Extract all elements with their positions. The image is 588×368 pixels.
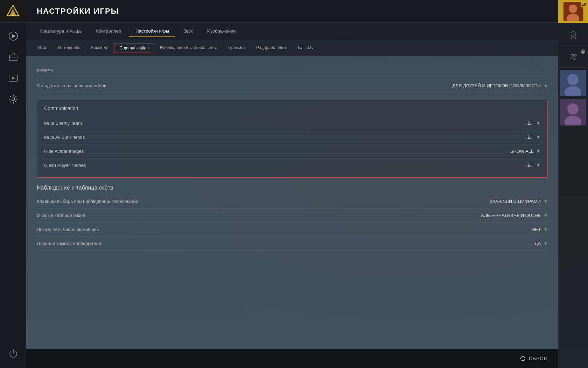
- mute-enemy-team-value: НЕТ: [524, 121, 533, 126]
- show-survivors-arrow: ▼: [544, 227, 548, 232]
- tab-controller[interactable]: Контроллер: [90, 26, 127, 37]
- mute-all-friends-value: НЕТ: [524, 135, 533, 140]
- tab-game-settings[interactable]: Настройки игры: [129, 26, 175, 37]
- content-area: режиме Стандартные разрешения лобби ДЛЯ …: [26, 56, 558, 349]
- mute-all-friends-arrow: ▼: [536, 135, 540, 140]
- mouse-scoreboard-label: Мышь в таблице очков: [37, 213, 85, 218]
- rank-badge: 10: [581, 1, 587, 7]
- smooth-camera-arrow: ▼: [544, 241, 548, 246]
- right-sidebar-icons: I 2: [558, 23, 588, 127]
- mute-all-friends-dropdown[interactable]: НЕТ ▼: [524, 135, 540, 140]
- reset-icon: [520, 355, 526, 362]
- sub-tab-interface[interactable]: Интерфейс: [53, 43, 85, 53]
- svg-marker-9: [12, 77, 15, 80]
- clean-player-names-row: Clean Player Names НЕТ ▼: [44, 158, 540, 172]
- obs-keys-value: КЛАВИШИ С ЦИФРАМИ: [490, 199, 541, 204]
- hide-avatar-arrow: ▼: [536, 149, 540, 154]
- mute-enemy-team-row: Mute Enemy Team НЕТ ▼: [44, 116, 540, 130]
- svg-point-10: [12, 98, 15, 101]
- bottom-bar: СБРОС: [26, 349, 558, 368]
- main-content: НАСТРОЙКИ ИГРЫ Клавиатура и мышь Контрол…: [26, 0, 558, 368]
- clean-player-names-arrow: ▼: [536, 163, 540, 168]
- lobby-permissions-arrow: ▼: [544, 83, 548, 88]
- friends-count: 2: [581, 49, 585, 54]
- lobby-permissions-row: Стандартные разрешения лобби ДЛЯ ДРУЗЕЙ …: [37, 79, 548, 93]
- lobby-permissions-value: ДЛЯ ДРУЗЕЙ И ИГРОКОВ ПОБЛИЗОСТИ: [453, 83, 541, 88]
- play-button[interactable]: [3, 26, 24, 46]
- mute-all-friends-row: Mute All But Friends НЕТ ▼: [44, 130, 540, 144]
- mouse-scoreboard-dropdown[interactable]: АЛЬТЕРНАТИВНЫЙ ОГОНЬ ▼: [481, 213, 548, 218]
- reset-button[interactable]: СБРОС: [520, 355, 548, 362]
- sub-tab-obs[interactable]: Наблюдение и таблица счёта: [155, 43, 222, 53]
- clean-player-names-label: Clean Player Names: [44, 163, 86, 168]
- sub-tab-twitch[interactable]: Twitch.tv: [292, 43, 318, 53]
- mute-enemy-team-arrow: ▼: [536, 121, 540, 126]
- mute-enemy-team-label: Mute Enemy Team: [44, 121, 82, 126]
- sub-tab-item[interactable]: Предмет: [223, 43, 250, 53]
- obs-keys-dropdown[interactable]: КЛАВИШИ С ЦИФРАМИ ▼: [490, 199, 548, 204]
- reset-label: СБРОС: [529, 356, 548, 361]
- svg-point-17: [574, 54, 576, 56]
- sub-tab-game[interactable]: Игра: [33, 43, 52, 53]
- left-sidebar: [0, 0, 26, 368]
- page-title: НАСТРОЙКИ ИГРЫ: [37, 7, 119, 16]
- mouse-scoreboard-row: Мышь в таблице очков АЛЬТЕРНАТИВНЫЙ ОГОН…: [37, 209, 548, 223]
- settings-button[interactable]: [3, 89, 24, 109]
- clean-player-names-dropdown[interactable]: НЕТ ▼: [524, 163, 540, 168]
- svg-point-19: [567, 74, 579, 85]
- hide-avatar-dropdown[interactable]: SHOW ALL ▼: [510, 149, 540, 154]
- mute-all-friends-label: Mute All But Friends: [44, 135, 85, 140]
- svg-point-12: [569, 5, 577, 13]
- tab-image[interactable]: Изображение: [201, 26, 242, 37]
- tab-sound[interactable]: Звук: [177, 26, 199, 37]
- friends-icon-btn[interactable]: 2: [558, 47, 588, 68]
- comm-section-title: Communication: [44, 105, 540, 111]
- sub-nav: Игра Интерфейс Команда Communication Наб…: [26, 40, 558, 56]
- hide-avatar-label: Hide Avatar Images: [44, 149, 84, 154]
- power-button[interactable]: [3, 343, 24, 363]
- hide-avatar-row: Hide Avatar Images SHOW ALL ▼: [44, 144, 540, 158]
- obs-section-title: Наблюдение и таблица счёта: [37, 185, 548, 191]
- lobby-mode-label: режиме: [37, 67, 53, 73]
- user-avatar[interactable]: [564, 2, 583, 21]
- communication-section: Communication Mute Enemy Team НЕТ ▼ Mute…: [37, 100, 548, 178]
- svg-marker-5: [12, 34, 16, 38]
- inventory-button[interactable]: [3, 47, 24, 67]
- clean-player-names-value: НЕТ: [524, 163, 533, 168]
- smooth-camera-label: Плавная камера наблюдателя: [37, 241, 101, 246]
- obs-keys-arrow: ▼: [544, 199, 548, 204]
- svg-point-16: [571, 54, 574, 57]
- lobby-mode-row: режиме: [37, 63, 548, 77]
- svg-text:I: I: [573, 33, 573, 36]
- show-survivors-dropdown[interactable]: НЕТ ▼: [532, 227, 548, 232]
- csgo-logo: [5, 4, 21, 19]
- sub-tab-team[interactable]: Команда: [86, 43, 113, 53]
- smooth-camera-dropdown[interactable]: ДА ▼: [535, 241, 548, 246]
- svg-point-3: [12, 14, 14, 16]
- hide-avatar-value: SHOW ALL: [510, 149, 533, 154]
- friend-avatar-1[interactable]: [560, 70, 586, 96]
- watch-button[interactable]: [3, 68, 24, 88]
- smooth-camera-row: Плавная камера наблюдателя ДА ▼: [37, 237, 548, 251]
- show-survivors-value: НЕТ: [532, 227, 541, 232]
- lobby-permissions-dropdown[interactable]: ДЛЯ ДРУЗЕЙ И ИГРОКОВ ПОБЛИЗОСТИ ▼: [453, 83, 548, 88]
- right-sidebar: 10 I 2: [558, 0, 588, 368]
- sub-tab-communication[interactable]: Communication: [114, 43, 154, 53]
- mouse-scoreboard-arrow: ▼: [544, 213, 548, 218]
- obs-keys-row: Клавиши выбора при наблюдении/ голосован…: [37, 195, 548, 209]
- top-avatar-area: 10: [558, 0, 588, 23]
- svg-point-22: [567, 103, 579, 115]
- sub-tab-radar[interactable]: Радар/планшет: [251, 43, 291, 53]
- mute-enemy-team-dropdown[interactable]: НЕТ ▼: [524, 121, 540, 126]
- show-survivors-row: Показывать число выживших НЕТ ▼: [37, 223, 548, 237]
- mouse-scoreboard-value: АЛЬТЕРНАТИВНЫЙ ОГОНЬ: [481, 213, 541, 218]
- lobby-permissions-label: Стандартные разрешения лобби: [37, 83, 106, 88]
- tab-keyboard-mouse[interactable]: Клавиатура и мышь: [33, 26, 88, 37]
- sidebar-nav: [3, 23, 24, 343]
- rank-icon-btn[interactable]: I: [558, 25, 588, 46]
- smooth-camera-value: ДА: [535, 241, 541, 246]
- friend-avatar-2[interactable]: [560, 99, 586, 125]
- logo-area: [0, 0, 26, 23]
- obs-keys-label: Клавиши выбора при наблюдении/ голосован…: [37, 199, 138, 204]
- show-survivors-label: Показывать число выживших: [37, 227, 99, 232]
